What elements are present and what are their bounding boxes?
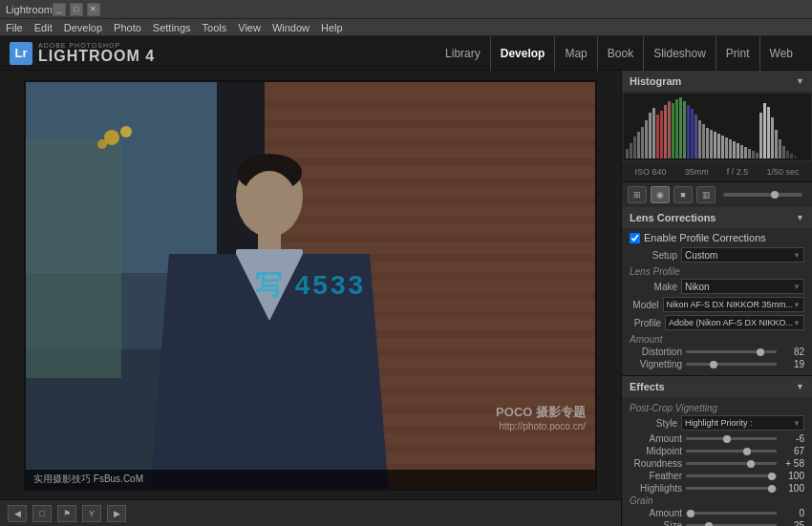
menu-view[interactable]: View bbox=[238, 22, 261, 33]
svg-rect-62 bbox=[733, 141, 736, 158]
vignetting-slider[interactable] bbox=[686, 363, 777, 366]
lr-title: LIGHTROOM 4 bbox=[38, 49, 155, 64]
svg-rect-77 bbox=[790, 154, 793, 158]
distortion-slider[interactable] bbox=[686, 350, 777, 353]
svg-rect-71 bbox=[767, 107, 770, 158]
histogram-arrow: ▼ bbox=[796, 76, 804, 86]
effects-header[interactable]: Effects ▼ bbox=[622, 376, 812, 397]
enable-profile-checkbox[interactable] bbox=[630, 233, 640, 243]
roundness-value: + 58 bbox=[780, 458, 804, 469]
histogram-section: Histogram ▼ bbox=[622, 71, 812, 182]
svg-rect-61 bbox=[729, 139, 732, 158]
profile-row: Profile Adobe (Nikon AF-S DX NIKKO... ▼ bbox=[630, 315, 804, 330]
tool-grid-icon[interactable]: ⊞ bbox=[628, 186, 647, 203]
svg-rect-65 bbox=[744, 147, 747, 158]
menu-window[interactable]: Window bbox=[272, 22, 310, 33]
distortion-track bbox=[686, 350, 777, 353]
tab-slideshow[interactable]: Slideshow bbox=[644, 36, 716, 71]
svg-rect-45 bbox=[668, 101, 671, 158]
tab-map[interactable]: Map bbox=[555, 36, 597, 71]
grain-size-thumb bbox=[705, 522, 713, 527]
effects-section: Effects ▼ Post-Crop Vignetting Style Hig… bbox=[622, 376, 812, 526]
watermark-bottom: 实用摄影技巧 FsBus.CoM bbox=[26, 470, 595, 489]
setup-value[interactable]: Custom ▼ bbox=[681, 247, 804, 263]
effects-amount-value: -6 bbox=[780, 433, 804, 444]
main-photo: 写 4533 POCO 摄影专题 http://photo.poco.cn/ 实… bbox=[24, 80, 597, 491]
menu-photo[interactable]: Photo bbox=[114, 22, 141, 33]
midpoint-slider[interactable] bbox=[686, 450, 777, 452]
tab-library[interactable]: Library bbox=[436, 36, 491, 71]
image-container: 写 4533 POCO 摄影专题 http://photo.poco.cn/ 实… bbox=[0, 71, 621, 499]
menu-help[interactable]: Help bbox=[321, 22, 343, 33]
effects-arrow: ▼ bbox=[796, 382, 804, 391]
top-nav: Lr ADOBE PHOTOSHOP LIGHTROOM 4 Library D… bbox=[0, 36, 812, 71]
histogram-label: Histogram bbox=[630, 75, 681, 87]
grain-amount-track bbox=[686, 512, 777, 515]
histogram-meta: ISO 640 35mm f / 2.5 1/50 sec bbox=[622, 162, 812, 181]
meta-aperture: f / 2.5 bbox=[727, 167, 749, 177]
grain-amount-thumb bbox=[687, 510, 694, 517]
svg-rect-47 bbox=[675, 99, 678, 158]
feather-thumb bbox=[768, 473, 776, 480]
effects-amount-slider[interactable] bbox=[686, 437, 777, 440]
grain-amount-slider[interactable] bbox=[686, 512, 777, 515]
enable-profile-row: Enable Profile Corrections bbox=[630, 232, 804, 243]
svg-rect-53 bbox=[698, 120, 701, 158]
tab-web[interactable]: Web bbox=[760, 36, 802, 71]
svg-rect-76 bbox=[786, 151, 789, 158]
setup-arrow: ▼ bbox=[793, 251, 801, 260]
image-panel: 写 4533 POCO 摄影专题 http://photo.poco.cn/ 实… bbox=[0, 71, 621, 526]
svg-rect-50 bbox=[687, 105, 690, 158]
svg-rect-52 bbox=[694, 115, 697, 158]
setup-label: Setup bbox=[630, 250, 677, 261]
histogram-header[interactable]: Histogram ▼ bbox=[622, 71, 812, 92]
lens-corrections-header[interactable]: Lens Corrections ▼ bbox=[622, 207, 812, 228]
model-row: Model Nikon AF-S DX NIKKOR 35mm... ▼ bbox=[630, 297, 804, 312]
tab-print[interactable]: Print bbox=[716, 36, 760, 71]
tool-prev-image[interactable]: ◀ bbox=[8, 505, 27, 522]
tool-flag[interactable]: ⚑ bbox=[57, 505, 76, 522]
style-value[interactable]: Highlight Priority : ▼ bbox=[681, 415, 804, 431]
tool-view-mode[interactable]: □ bbox=[32, 505, 52, 522]
svg-rect-75 bbox=[782, 146, 785, 158]
main-container: Lr ADOBE PHOTOSHOP LIGHTROOM 4 Library D… bbox=[0, 36, 812, 526]
menu-develop[interactable]: Develop bbox=[64, 22, 102, 33]
midpoint-track bbox=[686, 450, 777, 452]
tab-develop[interactable]: Develop bbox=[491, 36, 556, 71]
logo-text: ADOBE PHOTOSHOP LIGHTROOM 4 bbox=[38, 42, 155, 64]
model-value[interactable]: Nikon AF-S DX NIKKOR 35mm... ▼ bbox=[663, 297, 804, 312]
lens-arrow: ▼ bbox=[796, 213, 804, 222]
svg-rect-59 bbox=[721, 136, 724, 158]
tool-zoom[interactable]: Y bbox=[82, 505, 101, 522]
minimize-button[interactable]: _ bbox=[53, 3, 66, 16]
tool-circle-icon[interactable]: ◉ bbox=[651, 186, 670, 203]
menu-file[interactable]: File bbox=[6, 22, 23, 33]
maximize-button[interactable]: □ bbox=[70, 3, 83, 16]
distortion-label: Distortion bbox=[630, 347, 682, 357]
right-panel: Histogram ▼ bbox=[621, 71, 812, 526]
make-value[interactable]: Nikon ▼ bbox=[681, 279, 804, 294]
svg-rect-68 bbox=[756, 153, 759, 158]
amount-sublabel: Amount bbox=[630, 334, 804, 345]
menu-edit[interactable]: Edit bbox=[34, 22, 53, 33]
feather-label: Feather bbox=[630, 471, 682, 481]
profile-value[interactable]: Adobe (Nikon AF-S DX NIKKO... ▼ bbox=[665, 315, 804, 330]
vignetting-thumb bbox=[710, 361, 717, 368]
tab-book[interactable]: Book bbox=[598, 36, 644, 71]
tool-rect-icon[interactable]: ■ bbox=[673, 186, 693, 203]
make-label: Make bbox=[630, 282, 677, 292]
tool-gradient-icon[interactable]: ▥ bbox=[696, 186, 716, 203]
feather-slider[interactable] bbox=[686, 474, 777, 477]
roundness-row: Roundness + 58 bbox=[630, 458, 804, 469]
highlights-slider[interactable] bbox=[686, 487, 777, 490]
highlights-thumb bbox=[768, 485, 776, 493]
menu-tools[interactable]: Tools bbox=[203, 22, 227, 33]
roundness-slider[interactable] bbox=[686, 462, 777, 465]
menu-settings[interactable]: Settings bbox=[153, 22, 191, 33]
tool-next-image[interactable]: ▶ bbox=[107, 505, 126, 522]
roundness-label: Roundness bbox=[630, 458, 682, 469]
svg-rect-70 bbox=[763, 103, 766, 158]
svg-rect-60 bbox=[725, 137, 728, 158]
lens-profile-sublabel: Lens Profile bbox=[630, 266, 804, 277]
close-button[interactable]: ✕ bbox=[87, 3, 100, 16]
